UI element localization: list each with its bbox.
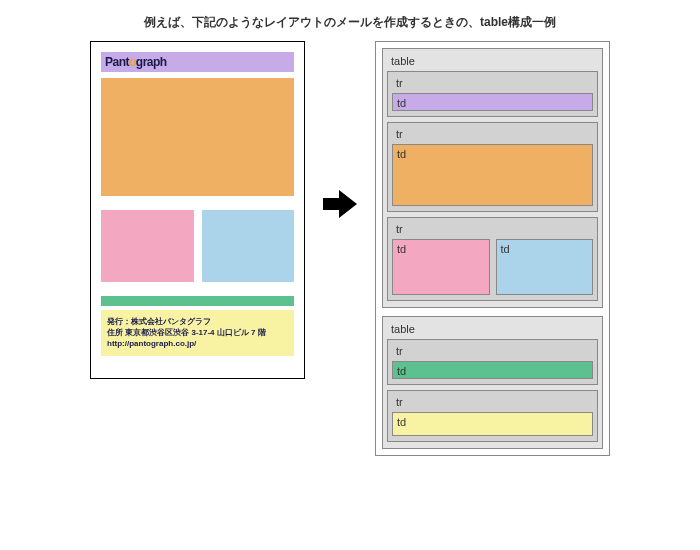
hero-block xyxy=(101,78,294,196)
tr-box: tr td xyxy=(387,339,598,385)
td-purple: td xyxy=(392,93,593,111)
td-pink: td xyxy=(392,239,490,295)
two-col-row xyxy=(101,210,294,282)
table-box-1: table tr td tr td tr td td xyxy=(382,48,603,308)
td-blue: td xyxy=(496,239,594,295)
td-yellow: td xyxy=(392,412,593,436)
td-row: td td xyxy=(392,239,593,295)
tr-box: tr td xyxy=(387,390,598,442)
tr-label: tr xyxy=(392,75,593,93)
green-bar xyxy=(101,296,294,306)
email-mock: Pantograph 発行：株式会社パンタグラフ 住所 東京都渋谷区渋谷 3-1… xyxy=(90,41,305,379)
footer-line2: 住所 東京都渋谷区渋谷 3-17-4 山口ビル 7 階 xyxy=(107,327,288,338)
diagram-title: 例えば、下記のようなレイアウトのメールを作成するときの、table構成一例 xyxy=(0,0,700,41)
arrow-icon xyxy=(323,188,357,220)
tr-label: tr xyxy=(392,394,593,412)
td-orange: td xyxy=(392,144,593,206)
logo-o: o xyxy=(129,55,136,69)
tr-label: tr xyxy=(392,221,593,239)
diagram-stage: Pantograph 発行：株式会社パンタグラフ 住所 東京都渋谷区渋谷 3-1… xyxy=(0,41,700,456)
col-pink xyxy=(101,210,194,282)
tr-box: tr td td xyxy=(387,217,598,301)
td-green: td xyxy=(392,361,593,379)
tr-box: tr td xyxy=(387,122,598,212)
footer-line1: 発行：株式会社パンタグラフ xyxy=(107,316,288,327)
tr-label: tr xyxy=(392,343,593,361)
table-structure: table tr td tr td tr td td table tr xyxy=(375,41,610,456)
col-blue xyxy=(202,210,295,282)
footer-block: 発行：株式会社パンタグラフ 住所 東京都渋谷区渋谷 3-17-4 山口ビル 7 … xyxy=(101,310,294,356)
footer-line3: http://pantograph.co.jp/ xyxy=(107,338,288,349)
logo-bar: Pantograph xyxy=(101,52,294,72)
table-label: table xyxy=(387,321,598,339)
table-label: table xyxy=(387,53,598,71)
tr-label: tr xyxy=(392,126,593,144)
logo-post: graph xyxy=(136,55,167,69)
tr-box: tr td xyxy=(387,71,598,117)
table-box-2: table tr td tr td xyxy=(382,316,603,449)
logo-pre: Pant xyxy=(105,55,129,69)
